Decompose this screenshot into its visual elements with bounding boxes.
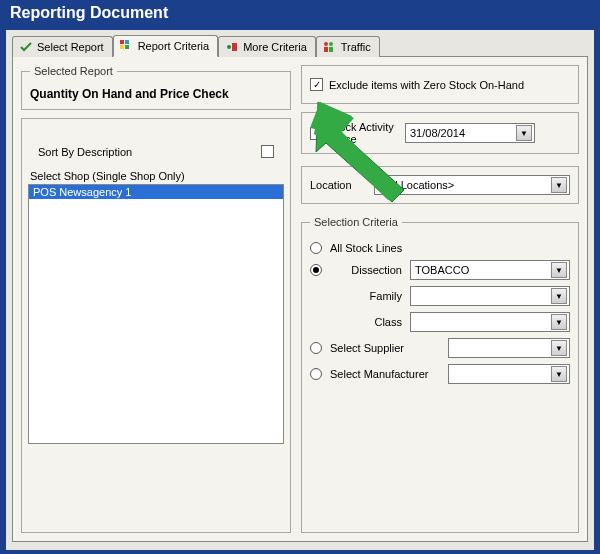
tab-more-criteria[interactable]: More Criteria bbox=[218, 36, 316, 57]
family-label: Family bbox=[330, 290, 402, 302]
svg-rect-9 bbox=[329, 47, 333, 52]
people-icon bbox=[323, 40, 337, 54]
chevron-down-icon: ▼ bbox=[551, 366, 567, 382]
svg-rect-0 bbox=[120, 40, 124, 44]
tab-body: Selected Report Quantity On Hand and Pri… bbox=[12, 56, 588, 542]
tabstrip: Select Report Report Criteria More Crite… bbox=[6, 30, 594, 56]
manufacturer-radio[interactable] bbox=[310, 368, 322, 380]
svg-rect-5 bbox=[232, 43, 237, 51]
dissection-value: TOBACCO bbox=[415, 264, 469, 276]
svg-rect-2 bbox=[120, 45, 124, 49]
selection-criteria-group: Selection Criteria All Stock Lines Disse… bbox=[301, 216, 579, 533]
selected-report-group: Selected Report Quantity On Hand and Pri… bbox=[21, 65, 291, 110]
stock-activity-panel: Stock Activity Since 31/08/2014 ▼ bbox=[301, 112, 579, 154]
dissection-dropdown[interactable]: TOBACCO ▼ bbox=[410, 260, 570, 280]
tab-label: More Criteria bbox=[243, 41, 307, 53]
list-item[interactable]: POS Newsagency 1 bbox=[29, 185, 283, 199]
location-dropdown[interactable]: <All Locations> ▼ bbox=[374, 175, 570, 195]
right-column: Exclude items with Zero Stock On-Hand St… bbox=[301, 65, 579, 533]
svg-point-6 bbox=[324, 42, 328, 46]
exclude-panel: Exclude items with Zero Stock On-Hand bbox=[301, 65, 579, 104]
criteria-icon bbox=[120, 39, 134, 53]
tab-traffic[interactable]: Traffic bbox=[316, 36, 380, 57]
workspace: Select Report Report Criteria More Crite… bbox=[6, 30, 594, 550]
chevron-down-icon: ▼ bbox=[551, 177, 567, 193]
class-dropdown[interactable]: ▼ bbox=[410, 312, 570, 332]
location-panel: Location <All Locations> ▼ bbox=[301, 166, 579, 204]
class-row: Class ▼ bbox=[310, 312, 570, 332]
chevron-down-icon: ▼ bbox=[551, 262, 567, 278]
family-row: Family ▼ bbox=[310, 286, 570, 306]
manufacturer-label: Select Manufacturer bbox=[330, 368, 440, 380]
family-dropdown[interactable]: ▼ bbox=[410, 286, 570, 306]
check-icon bbox=[19, 40, 33, 54]
exclude-zero-stock-checkbox[interactable] bbox=[310, 78, 323, 91]
svg-rect-1 bbox=[125, 40, 129, 44]
manufacturer-row: Select Manufacturer ▼ bbox=[310, 364, 570, 384]
all-stock-row: All Stock Lines bbox=[310, 242, 570, 254]
svg-rect-8 bbox=[324, 47, 328, 52]
selection-criteria-legend: Selection Criteria bbox=[310, 216, 402, 228]
selected-report-name: Quantity On Hand and Price Check bbox=[30, 87, 282, 101]
svg-point-7 bbox=[329, 42, 333, 46]
window-title: Reporting Document bbox=[0, 0, 600, 30]
exclude-zero-stock-label: Exclude items with Zero Stock On-Hand bbox=[329, 79, 524, 91]
sort-by-description-label: Sort By Description bbox=[38, 146, 132, 158]
selected-report-legend: Selected Report bbox=[30, 65, 117, 77]
left-column: Selected Report Quantity On Hand and Pri… bbox=[21, 65, 291, 533]
stock-activity-checkbox[interactable] bbox=[310, 127, 323, 140]
location-label: Location bbox=[310, 179, 366, 191]
tab-select-report[interactable]: Select Report bbox=[12, 36, 113, 57]
all-stock-radio[interactable] bbox=[310, 242, 322, 254]
select-shop-label: Select Shop (Single Shop Only) bbox=[28, 168, 284, 184]
supplier-radio[interactable] bbox=[310, 342, 322, 354]
stock-activity-date-value: 31/08/2014 bbox=[410, 127, 465, 139]
dissection-radio[interactable] bbox=[310, 264, 322, 276]
tab-label: Traffic bbox=[341, 41, 371, 53]
supplier-row: Select Supplier ▼ bbox=[310, 338, 570, 358]
svg-point-4 bbox=[227, 45, 231, 49]
tab-label: Select Report bbox=[37, 41, 104, 53]
supplier-dropdown[interactable]: ▼ bbox=[448, 338, 570, 358]
shop-listbox[interactable]: POS Newsagency 1 bbox=[28, 184, 284, 444]
stock-activity-date-dropdown[interactable]: 31/08/2014 ▼ bbox=[405, 123, 535, 143]
all-stock-label: All Stock Lines bbox=[330, 242, 402, 254]
tab-label: Report Criteria bbox=[138, 40, 210, 52]
chevron-down-icon: ▼ bbox=[516, 125, 532, 141]
sort-by-description-checkbox[interactable] bbox=[261, 145, 274, 158]
chevron-down-icon: ▼ bbox=[551, 314, 567, 330]
svg-rect-3 bbox=[125, 45, 129, 49]
supplier-label: Select Supplier bbox=[330, 342, 440, 354]
chevron-down-icon: ▼ bbox=[551, 340, 567, 356]
dissection-label: Dissection bbox=[330, 264, 402, 276]
manufacturer-dropdown[interactable]: ▼ bbox=[448, 364, 570, 384]
location-value: <All Locations> bbox=[379, 179, 454, 191]
stock-activity-label: Stock Activity Since bbox=[329, 121, 399, 145]
left-lower-panel: Sort By Description Select Shop (Single … bbox=[21, 118, 291, 533]
class-label: Class bbox=[330, 316, 402, 328]
dissection-row: Dissection TOBACCO ▼ bbox=[310, 260, 570, 280]
chevron-down-icon: ▼ bbox=[551, 288, 567, 304]
more-icon bbox=[225, 40, 239, 54]
sort-row: Sort By Description bbox=[28, 125, 284, 168]
tab-report-criteria[interactable]: Report Criteria bbox=[113, 35, 219, 57]
